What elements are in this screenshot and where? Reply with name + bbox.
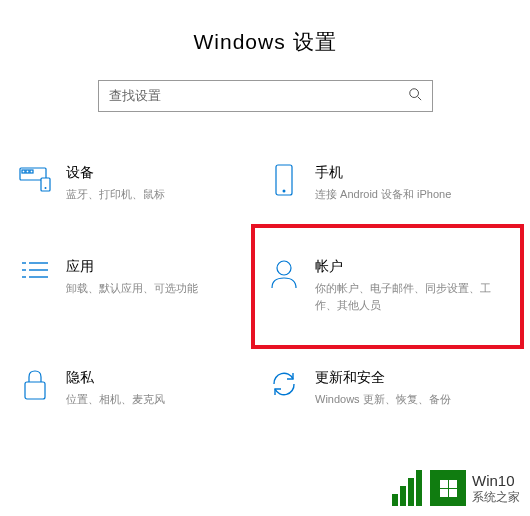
search-placeholder: 查找设置 <box>109 87 408 105</box>
tile-content: 设备 蓝牙、打印机、鼠标 <box>66 164 263 204</box>
tile-desc: Windows 更新、恢复、备份 <box>315 391 512 409</box>
tile-title: 手机 <box>315 164 512 182</box>
tile-content: 更新和安全 Windows 更新、恢复、备份 <box>315 369 512 409</box>
tile-content: 应用 卸载、默认应用、可选功能 <box>66 258 263 298</box>
tile-update[interactable]: 更新和安全 Windows 更新、恢复、备份 <box>265 365 514 413</box>
tile-title: 隐私 <box>66 369 263 387</box>
svg-point-16 <box>277 261 291 275</box>
tile-desc: 卸载、默认应用、可选功能 <box>66 280 263 298</box>
svg-rect-3 <box>22 170 25 173</box>
watermark-brand: Win10 <box>472 472 520 490</box>
tile-content: 帐户 你的帐户、电子邮件、同步设置、工作、其他人员 <box>315 258 512 315</box>
devices-icon <box>18 164 52 198</box>
svg-point-9 <box>283 190 286 193</box>
search-container: 查找设置 <box>0 80 530 112</box>
tile-desc: 你的帐户、电子邮件、同步设置、工作、其他人员 <box>315 280 512 315</box>
tile-desc: 蓝牙、打印机、鼠标 <box>66 186 263 204</box>
watermark-bars-icon <box>392 470 422 506</box>
apps-icon <box>18 258 52 292</box>
tile-title: 应用 <box>66 258 263 276</box>
page-title: Windows 设置 <box>0 28 530 56</box>
watermark-sub: 系统之家 <box>472 490 520 504</box>
tile-title: 更新和安全 <box>315 369 512 387</box>
tile-apps[interactable]: 应用 卸载、默认应用、可选功能 <box>16 254 265 319</box>
svg-point-7 <box>45 187 47 189</box>
tile-accounts[interactable]: 帐户 你的帐户、电子邮件、同步设置、工作、其他人员 <box>265 254 514 319</box>
tile-privacy[interactable]: 隐私 位置、相机、麦克风 <box>16 365 265 413</box>
search-icon <box>408 87 422 105</box>
phone-icon <box>267 164 301 198</box>
accounts-icon <box>267 258 301 292</box>
svg-rect-5 <box>30 170 33 173</box>
watermark-windows-icon <box>430 470 466 506</box>
update-icon <box>267 369 301 403</box>
tile-desc: 位置、相机、麦克风 <box>66 391 263 409</box>
tile-devices[interactable]: 设备 蓝牙、打印机、鼠标 <box>16 160 265 208</box>
svg-rect-6 <box>41 178 50 191</box>
privacy-icon <box>18 369 52 403</box>
tile-content: 隐私 位置、相机、麦克风 <box>66 369 263 409</box>
tile-title: 设备 <box>66 164 263 182</box>
tile-phone[interactable]: 手机 连接 Android 设备和 iPhone <box>265 160 514 208</box>
header: Windows 设置 <box>0 0 530 80</box>
tile-content: 手机 连接 Android 设备和 iPhone <box>315 164 512 204</box>
svg-line-1 <box>417 97 421 101</box>
watermark-text: Win10 系统之家 <box>472 472 520 504</box>
settings-grid: 设备 蓝牙、打印机、鼠标 手机 连接 Android 设备和 iPhone <box>0 160 530 412</box>
watermark: Win10 系统之家 <box>392 470 520 506</box>
tile-title: 帐户 <box>315 258 512 276</box>
search-input[interactable]: 查找设置 <box>98 80 433 112</box>
svg-rect-4 <box>26 170 29 173</box>
svg-point-0 <box>409 89 418 98</box>
tile-desc: 连接 Android 设备和 iPhone <box>315 186 512 204</box>
svg-rect-17 <box>25 382 45 399</box>
